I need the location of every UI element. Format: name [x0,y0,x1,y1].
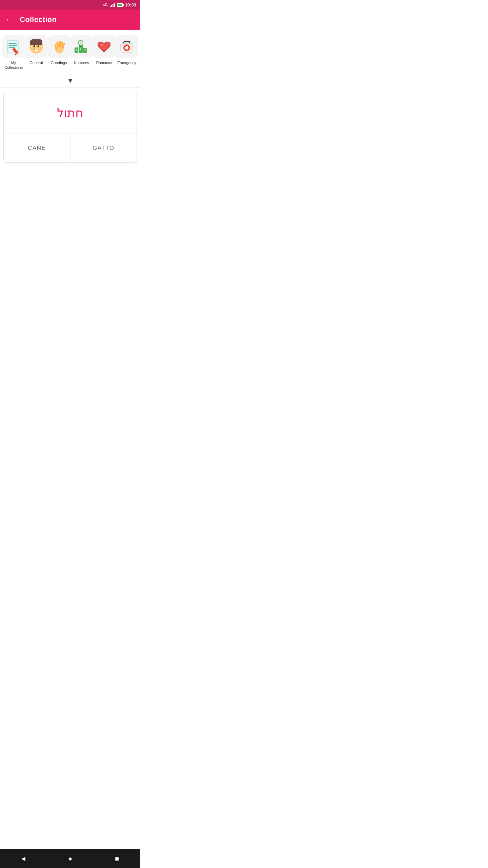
chevron-down-icon: ▾ [68,76,72,85]
battery-icon [117,3,123,7]
svg-point-10 [33,45,35,47]
quiz-card: חתול CANE GATTO [3,93,137,163]
category-item-emergency[interactable]: Emergency [117,35,137,65]
category-label-numbers: Numbers [74,60,89,65]
numbers-icon-wrapper: 1 2 3 1 [70,35,93,58]
svg-point-13 [34,48,35,48]
svg-rect-16 [35,50,36,51]
svg-text:2: 2 [76,48,78,52]
category-item-my-collections[interactable]: My Collections [3,35,24,70]
my-collections-icon [5,38,22,56]
category-row: My Collections [3,35,137,70]
general-icon-wrapper [25,35,48,58]
svg-text:1: 1 [80,47,82,51]
quiz-answer-cane[interactable]: CANE [4,134,70,162]
emergency-icon [118,38,136,56]
my-collections-icon-wrapper [2,35,25,58]
romance-icon-wrapper [93,35,116,58]
svg-text:1: 1 [80,41,82,45]
category-item-greetings[interactable]: Greetings [49,35,69,65]
category-label-my-collections: My Collections [3,60,24,70]
category-label-romance: Romance [96,60,112,65]
category-label-general: General [29,60,43,65]
category-item-romance[interactable]: Romance [94,35,114,65]
svg-point-12 [33,47,34,48]
svg-text:3: 3 [84,49,86,52]
category-label-greetings: Greetings [51,60,67,65]
expand-categories-button[interactable]: ▾ [0,73,140,87]
quiz-question-text: חתול [57,106,83,120]
numbers-icon: 1 2 3 1 [73,38,90,56]
svg-point-11 [37,45,39,47]
general-icon [27,38,45,56]
category-section: My Collections [0,30,140,73]
category-label-emergency: Emergency [117,60,136,65]
app-bar-title: Collection [20,15,57,24]
svg-point-14 [38,47,38,48]
signal-icon [110,2,115,7]
time-label: 10:33 [125,2,136,7]
status-bar: 4G 10:33 [0,0,140,9]
quiz-answer-gatto[interactable]: GATTO [70,134,137,162]
category-item-numbers[interactable]: 1 2 3 1 Numbers [71,35,92,65]
quiz-answers-row: CANE GATTO [4,134,137,162]
svg-rect-37 [125,47,128,49]
svg-rect-17 [36,50,38,51]
greetings-icon-wrapper [47,35,70,58]
romance-icon [95,38,113,56]
emergency-icon-wrapper [115,35,138,58]
greetings-icon [50,38,68,56]
section-divider [0,87,140,87]
svg-rect-9 [30,41,42,45]
app-bar: ← Collection [0,9,140,30]
main-content: My Collections [0,30,140,233]
category-item-general[interactable]: General [26,35,46,65]
signal-label: 4G [103,3,108,7]
svg-rect-20 [59,41,61,47]
quiz-question-area: חתול [4,93,137,134]
svg-point-15 [39,48,39,48]
back-button[interactable]: ← [5,15,13,24]
